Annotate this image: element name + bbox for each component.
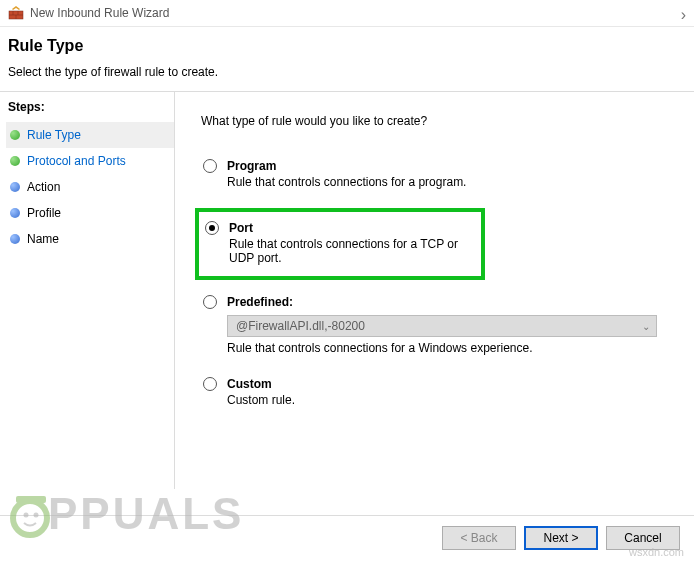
option-predefined[interactable]: Predefined: @FirewallAPI.dll,-80200 ⌄ Ru… bbox=[201, 292, 668, 358]
step-label: Action bbox=[27, 180, 60, 194]
option-program-desc: Rule that controls connections for a pro… bbox=[227, 175, 666, 189]
option-program-title: Program bbox=[227, 159, 276, 173]
step-protocol-ports[interactable]: Protocol and Ports bbox=[6, 148, 174, 174]
step-label: Name bbox=[27, 232, 59, 246]
step-label: Profile bbox=[27, 206, 61, 220]
page-subtitle: Select the type of firewall rule to crea… bbox=[8, 65, 686, 79]
step-action[interactable]: Action bbox=[6, 174, 174, 200]
step-profile[interactable]: Profile bbox=[6, 200, 174, 226]
option-custom-title: Custom bbox=[227, 377, 272, 391]
option-predefined-title: Predefined: bbox=[227, 295, 293, 309]
cancel-button[interactable]: Cancel bbox=[606, 526, 680, 550]
appuals-mascot-icon bbox=[4, 488, 56, 540]
option-custom[interactable]: Custom Custom rule. bbox=[201, 374, 668, 410]
predefined-dropdown-value: @FirewallAPI.dll,-80200 bbox=[236, 319, 365, 333]
highlight-annotation: Port Rule that controls connections for … bbox=[195, 208, 485, 280]
watermark-logo: PPUALS bbox=[4, 488, 244, 540]
step-label: Protocol and Ports bbox=[27, 154, 126, 168]
step-bullet-icon bbox=[10, 182, 20, 192]
step-name[interactable]: Name bbox=[6, 226, 174, 252]
svg-rect-9 bbox=[16, 496, 46, 503]
steps-sidebar: Steps: Rule Type Protocol and Ports Acti… bbox=[0, 92, 175, 489]
option-port-desc: Rule that controls connections for a TCP… bbox=[229, 237, 475, 265]
page-title: Rule Type bbox=[8, 37, 686, 55]
step-bullet-icon bbox=[10, 156, 20, 166]
radio-program[interactable] bbox=[203, 159, 217, 173]
firewall-wizard-icon bbox=[8, 5, 24, 21]
svg-point-6 bbox=[13, 501, 47, 535]
steps-heading: Steps: bbox=[6, 100, 174, 114]
radio-predefined[interactable] bbox=[203, 295, 217, 309]
rule-type-question: What type of rule would you like to crea… bbox=[201, 114, 668, 128]
step-rule-type[interactable]: Rule Type bbox=[6, 122, 174, 148]
predefined-dropdown: @FirewallAPI.dll,-80200 ⌄ bbox=[227, 315, 657, 337]
next-button[interactable]: Next > bbox=[524, 526, 598, 550]
step-label: Rule Type bbox=[27, 128, 81, 142]
back-button: < Back bbox=[442, 526, 516, 550]
option-predefined-desc: Rule that controls connections for a Win… bbox=[227, 341, 666, 355]
step-bullet-icon bbox=[10, 130, 20, 140]
title-bar: New Inbound Rule Wizard bbox=[0, 0, 694, 27]
wizard-header: Rule Type Select the type of firewall ru… bbox=[0, 27, 694, 91]
wizard-buttons: < Back Next > Cancel bbox=[442, 526, 680, 550]
radio-custom[interactable] bbox=[203, 377, 217, 391]
option-port-title: Port bbox=[229, 221, 253, 235]
divider bbox=[0, 515, 694, 516]
option-custom-desc: Custom rule. bbox=[227, 393, 666, 407]
step-bullet-icon bbox=[10, 234, 20, 244]
option-program[interactable]: Program Rule that controls connections f… bbox=[201, 156, 668, 192]
window-title: New Inbound Rule Wizard bbox=[30, 6, 169, 20]
watermark-text: PPUALS bbox=[48, 489, 244, 539]
radio-port[interactable] bbox=[205, 221, 219, 235]
chevron-down-icon: ⌄ bbox=[642, 321, 650, 332]
nav-next-icon[interactable]: › bbox=[681, 6, 686, 24]
step-bullet-icon bbox=[10, 208, 20, 218]
main-content: What type of rule would you like to crea… bbox=[175, 92, 694, 489]
option-port[interactable]: Port Rule that controls connections for … bbox=[203, 218, 477, 268]
